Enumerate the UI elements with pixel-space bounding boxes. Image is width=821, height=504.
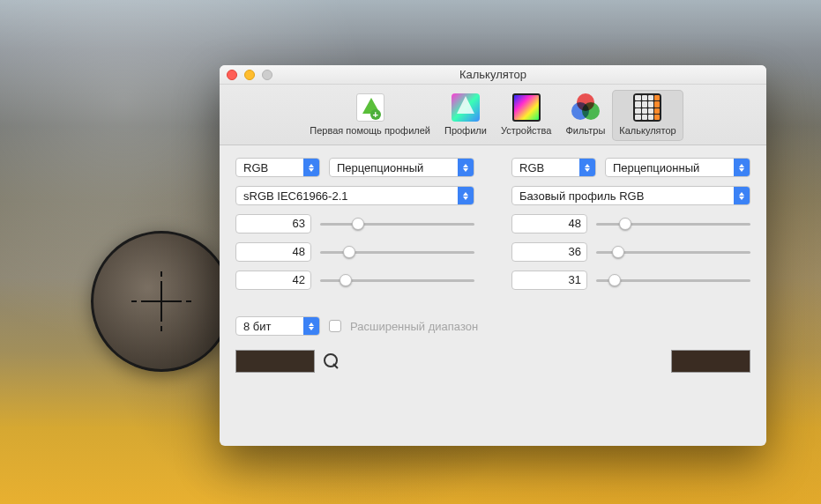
- chevron-updown-icon: [734, 187, 750, 204]
- content: RGB Перцепционный sRGB IEC61966-2.1: [220, 145, 766, 446]
- chevron-updown-icon: [579, 159, 595, 176]
- source-colorspace-select[interactable]: RGB: [235, 158, 320, 177]
- source-profile-select[interactable]: sRGB IEC61966-2.1: [235, 186, 474, 205]
- target-profile-select[interactable]: Базовый профиль RGB: [511, 186, 750, 205]
- select-value: sRGB IEC61966-2.1: [243, 189, 458, 203]
- extended-range-checkbox[interactable]: [329, 320, 341, 332]
- target-intent-select[interactable]: Перцепционный: [605, 158, 750, 177]
- source-channel-1-input[interactable]: 48: [235, 242, 311, 262]
- firstaid-icon: [356, 93, 384, 122]
- bitdepth-select[interactable]: 8 бит: [235, 316, 320, 336]
- chevron-updown-icon: [458, 159, 474, 176]
- source-channel-2-slider[interactable]: [320, 271, 474, 290]
- chevron-updown-icon: [458, 187, 474, 204]
- select-value: 8 бит: [243, 320, 303, 333]
- source-channel-1-slider[interactable]: [320, 242, 474, 262]
- toolbar-item-filters[interactable]: Фильтры: [558, 90, 612, 141]
- select-value: RGB: [243, 161, 303, 174]
- select-value: Перцепционный: [613, 161, 734, 174]
- toolbar-item-devices[interactable]: Устройства: [494, 90, 559, 141]
- source-channel-2-input[interactable]: 42: [235, 271, 311, 290]
- target-column: RGB Перцепционный Базовый профиль RGB: [511, 158, 750, 290]
- target-channel-1-slider[interactable]: [596, 242, 750, 262]
- select-value: RGB: [519, 161, 579, 174]
- traffic-lights: [227, 70, 272, 80]
- target-color-swatch: [671, 350, 750, 373]
- select-value: Базовый профиль RGB: [519, 189, 734, 203]
- eyedropper-icon[interactable]: [324, 353, 340, 369]
- chevron-updown-icon: [303, 159, 319, 176]
- toolbar-item-profiles[interactable]: Профили: [437, 90, 494, 141]
- toolbar-item-firstaid[interactable]: Первая помощь профилей: [302, 90, 437, 141]
- window-title: Калькулятор: [220, 68, 766, 81]
- toolbar-label: Устройства: [501, 125, 552, 136]
- filters-icon: [571, 93, 600, 122]
- target-channel-0-input[interactable]: 48: [511, 214, 587, 233]
- colorsync-calculator-window: Калькулятор Первая помощь профилей Профи…: [220, 65, 766, 446]
- zoom-button[interactable]: [262, 70, 272, 80]
- source-channel-0-input[interactable]: 63: [235, 214, 311, 233]
- titlebar[interactable]: Калькулятор: [220, 65, 766, 85]
- target-colorspace-select[interactable]: RGB: [511, 158, 596, 177]
- profiles-icon: [452, 93, 480, 122]
- close-button[interactable]: [227, 70, 237, 80]
- toolbar-label: Первая помощь профилей: [310, 125, 430, 136]
- toolbar: Первая помощь профилей Профили Устройств…: [220, 85, 766, 145]
- target-channel-1-input[interactable]: 36: [511, 242, 587, 262]
- source-column: RGB Перцепционный sRGB IEC61966-2.1: [235, 158, 474, 290]
- source-color-swatch: [235, 350, 315, 373]
- displays-icon: [512, 93, 541, 122]
- chevron-updown-icon: [734, 159, 750, 176]
- toolbar-label: Калькулятор: [619, 125, 675, 136]
- chevron-updown-icon: [303, 317, 319, 335]
- target-channel-0-slider[interactable]: [596, 214, 750, 233]
- select-value: Перцепционный: [337, 161, 458, 174]
- source-intent-select[interactable]: Перцепционный: [329, 158, 474, 177]
- calculator-icon: [633, 93, 661, 122]
- toolbar-label: Профили: [444, 125, 487, 136]
- target-channel-2-input[interactable]: 31: [511, 271, 587, 290]
- extended-range-label: Расширенный диапазон: [350, 320, 478, 333]
- source-channel-0-slider[interactable]: [320, 214, 474, 233]
- toolbar-label: Фильтры: [565, 125, 605, 136]
- minimize-button[interactable]: [244, 70, 255, 80]
- color-picker-loupe[interactable]: [91, 231, 232, 372]
- toolbar-item-calculator[interactable]: Калькулятор: [612, 90, 683, 141]
- target-channel-2-slider[interactable]: [596, 271, 750, 290]
